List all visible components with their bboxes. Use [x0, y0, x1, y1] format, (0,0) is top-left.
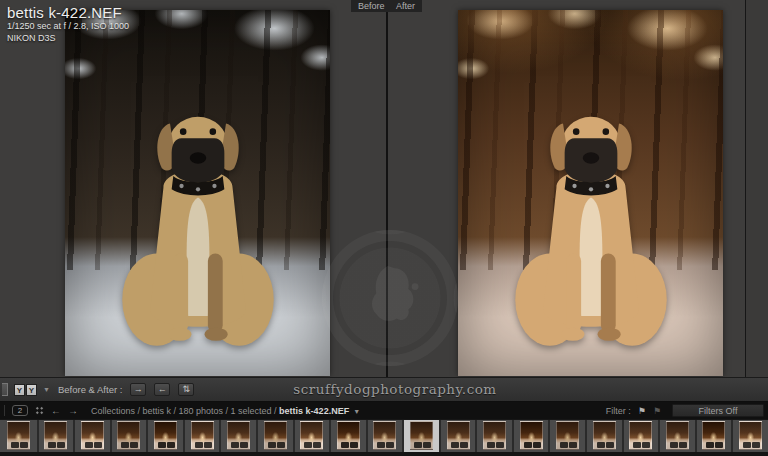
filmstrip-thumbnail[interactable] — [731, 420, 768, 452]
adjustment-badge-icon[interactable] — [240, 442, 248, 448]
filmstrip-thumbnail[interactable] — [146, 420, 183, 452]
crop-badge-icon[interactable] — [633, 442, 641, 448]
thumbnail-image[interactable] — [629, 421, 652, 450]
adjustment-badge-icon[interactable] — [606, 442, 614, 448]
before-after-view-button[interactable]: Y Y — [14, 384, 37, 396]
adjustment-badge-icon[interactable] — [350, 442, 358, 448]
adjustment-badge-icon[interactable] — [642, 442, 650, 448]
thumbnail-image[interactable] — [7, 421, 30, 450]
filmstrip-thumbnail[interactable] — [37, 420, 74, 452]
adjustment-badge-icon[interactable] — [167, 442, 175, 448]
swap-before-after-button[interactable]: ⇅ — [178, 383, 194, 396]
adjustment-badge-icon[interactable] — [715, 442, 723, 448]
thumbnail-image[interactable] — [300, 421, 323, 450]
crop-badge-icon[interactable] — [158, 442, 166, 448]
crop-badge-icon[interactable] — [85, 442, 93, 448]
thumbnail-image[interactable] — [410, 421, 433, 450]
adjustment-badge-icon[interactable] — [277, 442, 285, 448]
crop-badge-icon[interactable] — [414, 442, 422, 448]
adjustment-badge-icon[interactable] — [57, 442, 65, 448]
adjustment-badge-icon[interactable] — [752, 442, 760, 448]
copy-after-to-before-button[interactable]: ← — [154, 383, 170, 396]
crop-badge-icon[interactable] — [670, 442, 678, 448]
adjustment-badge-icon[interactable] — [313, 442, 321, 448]
breadcrumb[interactable]: Collections / bettis k / 180 photos / 1 … — [91, 406, 360, 416]
grid-view-icon[interactable] — [35, 406, 44, 415]
thumbnail-image[interactable] — [81, 421, 104, 450]
thumbnail-image[interactable] — [264, 421, 287, 450]
thumbnail-image[interactable] — [666, 421, 689, 450]
after-photo[interactable] — [458, 10, 723, 376]
nav-back-icon[interactable]: ← — [51, 406, 61, 416]
collapsed-right-panel[interactable] — [746, 0, 768, 377]
thumbnail-image[interactable] — [556, 421, 579, 450]
adjustment-badge-icon[interactable] — [460, 442, 468, 448]
thumbnail-image[interactable] — [191, 421, 214, 450]
adjustment-badge-icon[interactable] — [423, 442, 431, 448]
filmstrip-thumbnail[interactable] — [183, 420, 220, 452]
copy-before-to-after-button[interactable]: → — [130, 383, 146, 396]
thumbnail-image[interactable] — [117, 421, 140, 450]
thumbnail-image[interactable] — [593, 421, 616, 450]
thumbnail-image[interactable] — [373, 421, 396, 450]
thumbnail-image[interactable] — [154, 421, 177, 450]
crop-badge-icon[interactable] — [268, 442, 276, 448]
adjustment-badge-icon[interactable] — [20, 442, 28, 448]
thumbnail-image[interactable] — [44, 421, 67, 450]
crop-badge-icon[interactable] — [560, 442, 568, 448]
filmstrip-thumbnail-selected[interactable] — [402, 420, 439, 452]
filmstrip-thumbnail[interactable] — [622, 420, 659, 452]
filmstrip-thumbnail[interactable] — [256, 420, 293, 452]
thumbnail-image[interactable] — [520, 421, 543, 450]
filmstrip-thumbnail[interactable] — [585, 420, 622, 452]
thumbnail-image[interactable] — [227, 421, 250, 450]
filmstrip-thumbnail[interactable] — [0, 420, 37, 452]
adjustment-badge-icon[interactable] — [130, 442, 138, 448]
crop-badge-icon[interactable] — [48, 442, 56, 448]
filmstrip-thumbnail[interactable] — [329, 420, 366, 452]
crop-badge-icon[interactable] — [11, 442, 19, 448]
filmstrip-thumbnail[interactable] — [110, 420, 147, 452]
crop-badge-icon[interactable] — [304, 442, 312, 448]
nav-forward-icon[interactable]: → — [68, 406, 78, 416]
adjustment-badge-icon[interactable] — [204, 442, 212, 448]
crop-badge-icon[interactable] — [597, 442, 605, 448]
filmstrip-thumbnail[interactable] — [658, 420, 695, 452]
filmstrip-thumbnail[interactable] — [219, 420, 256, 452]
crop-badge-icon[interactable] — [487, 442, 495, 448]
adjustment-badge-icon[interactable] — [569, 442, 577, 448]
thumbnail-image[interactable] — [739, 421, 762, 450]
filmstrip-thumbnail[interactable] — [439, 420, 476, 452]
crop-badge-icon[interactable] — [341, 442, 349, 448]
adjustment-badge-icon[interactable] — [679, 442, 687, 448]
secondary-display-button[interactable]: 2 — [12, 405, 28, 416]
reject-flag-icon[interactable]: ⚑ — [653, 406, 661, 416]
filmstrip-thumbnail[interactable] — [73, 420, 110, 452]
before-photo[interactable] — [65, 10, 330, 376]
crop-badge-icon[interactable] — [706, 442, 714, 448]
adjustment-badge-icon[interactable] — [386, 442, 394, 448]
thumbnail-image[interactable] — [483, 421, 506, 450]
crop-badge-icon[interactable] — [121, 442, 129, 448]
thumbnail-image[interactable] — [447, 421, 470, 450]
adjustment-badge-icon[interactable] — [533, 442, 541, 448]
crop-badge-icon[interactable] — [231, 442, 239, 448]
pick-flag-icon[interactable]: ⚑ — [638, 406, 646, 416]
filmstrip-thumbnail[interactable] — [366, 420, 403, 452]
thumbnail-image[interactable] — [702, 421, 725, 450]
filmstrip-thumbnail[interactable] — [548, 420, 585, 452]
thumbnail-image[interactable] — [337, 421, 360, 450]
crop-badge-icon[interactable] — [195, 442, 203, 448]
adjustment-badge-icon[interactable] — [496, 442, 504, 448]
filmstrip-thumbnail[interactable] — [293, 420, 330, 452]
view-mode-dropdown-caret[interactable]: ▼ — [43, 386, 50, 393]
filmstrip-thumbnail[interactable] — [475, 420, 512, 452]
filters-off-button[interactable]: Filters Off — [672, 404, 764, 417]
crop-badge-icon[interactable] — [451, 442, 459, 448]
crop-badge-icon[interactable] — [743, 442, 751, 448]
loupe-view-button[interactable] — [2, 383, 8, 396]
crop-badge-icon[interactable] — [524, 442, 532, 448]
crop-badge-icon[interactable] — [377, 442, 385, 448]
filmstrip-thumbnail[interactable] — [695, 420, 732, 452]
adjustment-badge-icon[interactable] — [94, 442, 102, 448]
